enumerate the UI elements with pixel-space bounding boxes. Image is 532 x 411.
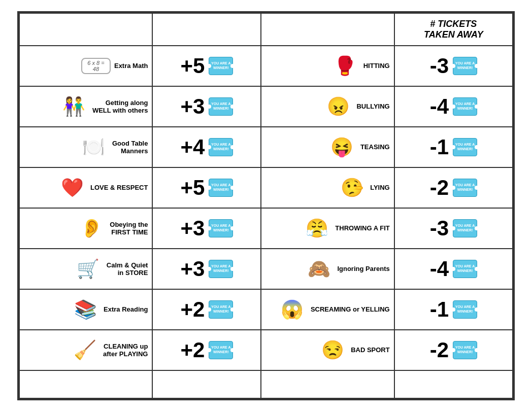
reward-icon: 👂 [76, 213, 107, 244]
header-consequences [261, 13, 394, 46]
score-plus: +2 [180, 297, 205, 322]
tickets-taken-cell-4: -3YOU ARE AWINNER! [394, 208, 513, 249]
tickets-given-cell-5: +3YOU ARE AWINNER! [152, 249, 261, 289]
score-plus: +3 [180, 257, 205, 281]
reward-text: Extra Reading [104, 305, 148, 313]
ticket-stub-taken: YOU ARE AWINNER! [453, 260, 477, 278]
score-minus: -4 [430, 94, 449, 119]
consequence-text: THROWING A FIT [335, 224, 389, 232]
ticket-stub-taken: YOU ARE AWINNER! [453, 179, 477, 197]
reward-icon: ❤️ [57, 173, 87, 203]
consequence-icon: 😠 [323, 91, 353, 122]
ticket-stub: YOU ARE AWINNER! [209, 219, 233, 237]
score-minus: -2 [430, 338, 449, 362]
reward-cell-7: 🧹CLEANING upafter PLAYING [19, 330, 152, 370]
reward-cell-0: 6 x 8 = 48Extra Math [19, 46, 152, 86]
consequence-icon: 🥊 [330, 51, 360, 81]
consequence-text: BAD SPORT [351, 346, 390, 354]
ticket-stub-taken: YOU ARE AWINNER! [453, 341, 477, 359]
score-minus: -3 [430, 54, 449, 78]
consequence-cell-7: 😒BAD SPORT [261, 330, 394, 370]
consequence-cell-5: 🙈Ignoring Parents [261, 249, 394, 289]
consequence-icon: 😝 [327, 132, 357, 162]
header-tickets-given [152, 13, 261, 46]
tickets-taken-cell-7: -2YOU ARE AWINNER! [394, 330, 513, 370]
reward-icon: 👫 [59, 91, 89, 122]
tickets-taken-cell-0: -3YOU ARE AWINNER! [394, 46, 513, 86]
reward-icon: 🛒 [73, 254, 104, 284]
consequence-cell-0: 🥊HITTING [261, 46, 394, 86]
reward-cell-5: 🛒Calm & Quietin STORE [19, 249, 152, 289]
consequence-text: SCREAMING or YELLING [311, 305, 390, 313]
reward-cell-1: 👫Getting alongWELL with others [19, 86, 152, 127]
ticket-stub-taken: YOU ARE AWINNER! [453, 138, 477, 156]
empty-row [19, 370, 513, 398]
score-plus: +5 [180, 176, 205, 200]
tickets-given-cell-2: +4YOU ARE AWINNER! [152, 127, 261, 167]
consequence-text: BULLYING [356, 102, 389, 110]
empty-cell [152, 370, 261, 398]
consequence-text: Ignoring Parents [337, 265, 389, 272]
reward-cell-2: 🍽️Good TableManners [19, 127, 152, 167]
ticket-stub: YOU ARE AWINNER! [209, 260, 233, 278]
reward-text: CLEANING upafter PLAYING [103, 342, 148, 358]
reward-text: Extra Math [114, 62, 148, 70]
tickets-taken-cell-5: -4YOU ARE AWINNER! [394, 249, 513, 289]
consequence-cell-2: 😝TEASING [261, 127, 394, 167]
score-plus: +3 [180, 94, 205, 119]
tickets-given-cell-3: +5YOU ARE AWINNER! [152, 167, 261, 208]
ticket-stub: YOU ARE AWINNER! [209, 97, 233, 116]
chart-container: # TICKETSTAKEN AWAY 6 x 8 = 48Extra Math… [17, 11, 515, 400]
tickets-given-cell-6: +2YOU ARE AWINNER! [152, 289, 261, 330]
consequence-icon: 🙈 [304, 254, 334, 284]
table-row: 👫Getting alongWELL with others+3YOU ARE … [19, 86, 513, 127]
table-row: 6 x 8 = 48Extra Math+5YOU ARE AWINNER!🥊H… [19, 46, 513, 86]
reward-icon: 🍽️ [79, 132, 109, 162]
score-minus: -4 [430, 257, 449, 281]
consequence-cell-1: 😠BULLYING [261, 86, 394, 127]
ticket-stub-taken: YOU ARE AWINNER! [453, 97, 477, 116]
reward-cell-6: 📚Extra Reading [19, 289, 152, 330]
consequence-cell-4: 😤THROWING A FIT [261, 208, 394, 249]
tickets-given-cell-7: +2YOU ARE AWINNER! [152, 330, 261, 370]
consequence-icon: 😤 [302, 213, 332, 244]
ticket-stub-taken: YOU ARE AWINNER! [453, 219, 477, 237]
empty-cell [261, 370, 394, 398]
tickets-given-cell-0: +5YOU ARE AWINNER! [152, 46, 261, 86]
reward-text: Good TableManners [112, 140, 148, 155]
score-minus: -3 [430, 216, 449, 241]
ticket-stub: YOU ARE AWINNER! [209, 341, 233, 359]
consequence-icon: 😱 [277, 294, 308, 325]
table-row: 👂Obeying theFIRST TIME+3YOU ARE AWINNER!… [19, 208, 513, 249]
ticket-stub-taken: YOU ARE AWINNER! [453, 300, 477, 319]
reward-text: Obeying theFIRST TIME [110, 221, 148, 236]
reward-cell-4: 👂Obeying theFIRST TIME [19, 208, 152, 249]
consequence-icon: 🤥 [337, 173, 367, 203]
consequence-cell-6: 😱SCREAMING or YELLING [261, 289, 394, 330]
tickets-taken-cell-6: -1YOU ARE AWINNER! [394, 289, 513, 330]
score-plus: +2 [180, 338, 205, 362]
score-plus: +4 [180, 135, 205, 159]
empty-cell [394, 370, 513, 398]
table-row: ❤️LOVE & RESPECT+5YOU ARE AWINNER!🤥LYING… [19, 167, 513, 208]
score-minus: -1 [430, 297, 449, 322]
consequence-cell-3: 🤥LYING [261, 167, 394, 208]
reward-text: LOVE & RESPECT [90, 184, 148, 191]
tickets-given-cell-1: +3YOU ARE AWINNER! [152, 86, 261, 127]
consequence-text: HITTING [363, 62, 390, 70]
ticket-stub-taken: YOU ARE AWINNER! [453, 57, 477, 75]
ticket-stub: YOU ARE AWINNER! [209, 300, 233, 319]
reward-icon: 📚 [70, 294, 101, 325]
score-plus: +5 [180, 54, 205, 78]
table-row: 📚Extra Reading+2YOU ARE AWINNER!😱SCREAMI… [19, 289, 513, 330]
reward-text: Getting alongWELL with others [92, 99, 148, 114]
consequence-icon: 😒 [317, 335, 348, 365]
empty-cell [19, 370, 152, 398]
consequence-text: LYING [370, 184, 390, 191]
table-row: 🍽️Good TableManners+4YOU ARE AWINNER!😝TE… [19, 127, 513, 167]
reward-cell-3: ❤️LOVE & RESPECT [19, 167, 152, 208]
tickets-taken-cell-1: -4YOU ARE AWINNER! [394, 86, 513, 127]
tickets-taken-cell-2: -1YOU ARE AWINNER! [394, 127, 513, 167]
consequence-text: TEASING [360, 143, 390, 151]
reward-icon: 🧹 [70, 335, 100, 365]
